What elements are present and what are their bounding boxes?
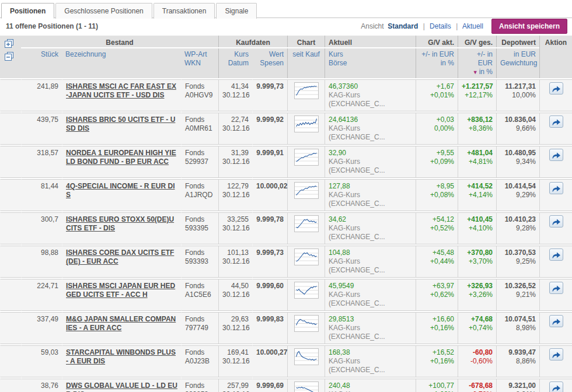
trade-forward-arrow-icon[interactable] [549, 82, 563, 94]
trade-forward-arrow-icon[interactable] [549, 382, 563, 392]
kauf-datum-value: 30.12.16 [222, 91, 249, 100]
wkn-value: A0HGV9 [185, 91, 215, 100]
sort-gv-akt-pct[interactable]: in % [420, 59, 454, 68]
position-link[interactable]: STARCAPITAL WINBONDS PLUS - A EUR DIS [66, 348, 176, 365]
depotwert-value: 10.836,04 [500, 116, 536, 124]
table-row: 318,57 NORDEA 1 EUROPEAN HIGH YIELD BOND… [0, 146, 572, 178]
gv-ges-pct-value: +8,36% [462, 124, 493, 133]
kauf-kurs-value: 22,74 [222, 116, 249, 124]
position-link[interactable]: ISHARES EURO STOXX 50(DE)UCITS ETF - DIS [66, 215, 174, 232]
position-link[interactable]: ISHARES MSCI JAPAN EUR HEDGED UCITS ETF … [66, 282, 175, 299]
aktuell-kurs-value: 240,48 [329, 382, 412, 390]
wkn-value: A0MR61 [185, 124, 215, 133]
kauf-datum-value: 30.12.16 [222, 357, 249, 366]
sort-wp-art[interactable]: WP-Art [184, 50, 215, 59]
view-aktuell[interactable]: Aktuell [462, 22, 483, 30]
sort-wkn[interactable]: WKN [184, 59, 215, 68]
wp-art-value: Fonds [185, 149, 215, 158]
trade-forward-arrow-icon[interactable] [549, 282, 563, 294]
tab-positionen[interactable]: Positionen [1, 3, 54, 19]
kauf-datum-value: 30.12.16 [222, 290, 249, 299]
trade-forward-arrow-icon[interactable] [549, 315, 563, 327]
gv-ges-pct-value: +4,81% [462, 158, 493, 166]
gv-akt-eur-value: +8,95 [420, 182, 454, 191]
aktuell-kurs-value: 127,88 [329, 182, 412, 191]
gv-ges-pct-value: +12,17% [462, 91, 493, 100]
trade-forward-arrow-icon[interactable] [549, 215, 563, 228]
view-details[interactable]: Details [430, 22, 451, 30]
sort-desc-arrow-icon: ▼ [473, 69, 478, 75]
stueck-value: 439,75 [21, 113, 62, 145]
depotwert-value: 10.480,95 [500, 149, 536, 158]
sort-datum[interactable]: Datum [222, 59, 249, 68]
position-link[interactable]: NORDEA 1 EUROPEAN HIGH YIELD BOND FUND -… [66, 149, 176, 166]
trade-forward-arrow-icon[interactable] [549, 249, 563, 261]
kauf-datum-value: 30.12.16 [222, 257, 249, 266]
stueck-value: 224,71 [21, 279, 62, 311]
boerse-value: KAG-Kurs (EXCHANGE_C... [329, 224, 412, 242]
toolbar: 11 offene Positionen (1 - 11) Ansicht St… [0, 18, 572, 34]
gv-akt-pct-value: +0,16% [420, 324, 454, 332]
positions-table: Bestand Kaufdaten Chart Aktuell G/V akt.… [0, 34, 572, 392]
gewichtung-value: 9,28% [500, 224, 536, 233]
sparkline-chart [294, 116, 319, 132]
tab-signale[interactable]: Signale [216, 3, 257, 19]
wkn-value: 529937 [185, 158, 215, 166]
gv-akt-eur-value: +0,03 [420, 116, 454, 124]
position-link[interactable]: M&G JAPAN SMALLER COMPANIES - A EUR ACC [66, 315, 176, 332]
position-link[interactable]: ISHARES MSCI AC FAR EAST EX-JAPAN UCITS … [66, 82, 176, 99]
position-link[interactable]: ISHARES BRIC 50 UCITS ETF - USD DIS [66, 116, 175, 132]
sort-aktuell-kurs[interactable]: Kurs [329, 50, 412, 59]
sort-gv-ges-pct[interactable]: ▼in % [462, 68, 493, 77]
tab-geschlossene-positionen[interactable]: Geschlossene Positionen [55, 3, 152, 19]
stueck-value: 59,03 [21, 345, 62, 377]
trade-forward-arrow-icon[interactable] [549, 348, 563, 360]
expand-all-icon[interactable] [5, 39, 15, 48]
aktuell-kurs-value: 24,64136 [329, 116, 412, 124]
save-view-button[interactable]: Ansicht speichern [491, 19, 567, 34]
sort-gv-akt-eur[interactable]: +/- in EUR [420, 50, 454, 59]
trade-forward-arrow-icon[interactable] [549, 116, 563, 128]
sort-bezeichnung[interactable]: Bezeichnung [65, 50, 177, 59]
gewichtung-value: 8,98% [500, 324, 536, 332]
trade-forward-arrow-icon[interactable] [549, 182, 563, 194]
wert-value: 10.000,02 [252, 179, 287, 211]
gv-ges-eur-value: +481,04 [462, 149, 493, 158]
sort-depot-eur[interactable]: in EUR [500, 50, 536, 59]
gewichtung-value: 9,66% [500, 124, 536, 133]
gewichtung-value: 8,86% [500, 357, 536, 366]
view-standard[interactable]: Standard [388, 22, 418, 30]
table-row: 81,44 4Q-SPECIAL INCOME - R EUR DIS Fond… [0, 179, 572, 211]
position-link[interactable]: 4Q-SPECIAL INCOME - R EUR DIS [66, 182, 175, 199]
sort-boerse[interactable]: Börse [329, 59, 412, 68]
position-link[interactable]: ISHARES CORE DAX UCITS ETF (DE) - EUR AC… [66, 249, 174, 265]
kauf-kurs-value: 33,255 [222, 215, 249, 224]
sparkline-chart [294, 315, 319, 332]
gv-ges-eur-value: +836,12 [462, 116, 493, 124]
tab-transaktionen[interactable]: Transaktionen [154, 3, 215, 19]
sort-gv-ges-eur[interactable]: +/- in EUR [462, 50, 493, 68]
gewichtung-value: 10,00% [500, 91, 536, 100]
aktuell-kurs-value: 34,62 [329, 215, 412, 224]
sort-wert[interactable]: Wert [256, 50, 284, 59]
table-row: 38,76 DWS GLOBAL VALUE LD - LD EUR DIS F… [0, 379, 572, 392]
gewichtung-value: 9,25% [500, 257, 536, 266]
wkn-value: A0J23B [185, 357, 215, 366]
stueck-value: 81,44 [21, 179, 62, 211]
gv-ges-eur-value: -678,68 [462, 382, 493, 390]
gv-akt-pct-value: +0,52% [420, 224, 454, 233]
sort-gewichtung[interactable]: Gewichtung [500, 59, 536, 68]
boerse-value: KAG-Kurs (EXCHANGE_C... [329, 91, 412, 108]
trade-forward-arrow-icon[interactable] [549, 149, 563, 161]
stueck-value: 337,49 [21, 312, 62, 344]
wert-value: 9.999,92 [252, 113, 287, 145]
sort-kurs[interactable]: Kurs [222, 50, 249, 59]
col-group-aktuell: Aktuell [325, 36, 416, 47]
sort-stueck[interactable]: Stück [25, 50, 58, 59]
collapse-all-icon[interactable] [5, 52, 15, 61]
kauf-datum-value: 30.12.16 [222, 324, 249, 332]
ansicht-label: Ansicht [361, 22, 383, 30]
position-link[interactable]: DWS GLOBAL VALUE LD - LD EUR DIS [66, 382, 177, 392]
sort-spesen[interactable]: Spesen [256, 59, 284, 68]
gv-ges-eur-value: +326,93 [462, 282, 493, 290]
